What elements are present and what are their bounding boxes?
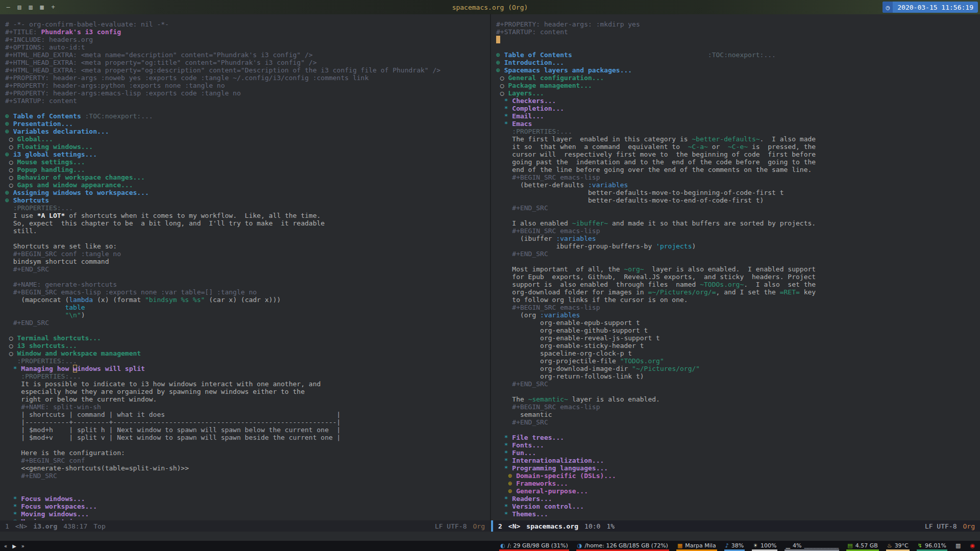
- mpd-play-icon[interactable]: ▶: [12, 543, 16, 549]
- buffer-line[interactable]: ○ Window and workspace management: [5, 349, 490, 357]
- buffer-line[interactable]: * File trees...: [496, 434, 980, 441]
- buffer-line[interactable]: #+BEGIN_SRC conf: [5, 457, 490, 464]
- buffer-line[interactable]: ⊕ Variables declaration...: [5, 128, 490, 135]
- buffer-line[interactable]: better-defaults-move-to-beginning-of-cod…: [496, 189, 980, 196]
- buffer-line[interactable]: ibuffer-group-buffers-by 'projects): [496, 242, 980, 250]
- layout-split-button[interactable]: ▦: [37, 2, 47, 13]
- buffer-line[interactable]: #+BEGIN_SRC emacs-lisp: [496, 403, 980, 411]
- buffer-line[interactable]: org-download-image-dir "~/Pictures/org/": [496, 365, 980, 372]
- buffer-line[interactable]: [496, 426, 980, 434]
- buffer-line[interactable]: So, expect this chapter to be a bit long…: [5, 219, 490, 227]
- buffer-line[interactable]: ○ Global...: [5, 135, 490, 143]
- buffer-line[interactable]: ○ Package management...: [496, 82, 980, 89]
- buffer-line[interactable]: #+NAME: generate-shortcuts: [5, 281, 490, 288]
- buffer-line[interactable]: it so that when a command equivalent to …: [496, 143, 980, 151]
- buffer-line[interactable]: #+STARTUP: content: [496, 28, 980, 36]
- buffer-line[interactable]: #+HTML_HEAD_EXTRA: <meta property="og:ti…: [5, 59, 490, 66]
- buffer-line[interactable]: ○ Gaps and window appearance...: [5, 181, 490, 189]
- layout-stacked-button[interactable]: ▤: [14, 2, 24, 13]
- buffer-line[interactable]: (mapconcat (lambda (x) (format "bindsym …: [5, 296, 490, 304]
- buffer-line[interactable]: ⊕ Presentation...: [5, 120, 490, 128]
- buffer-line[interactable]: [496, 36, 980, 43]
- buffer-line[interactable]: ○ General configuration...: [496, 74, 980, 82]
- buffer-line[interactable]: :PROPERTIES:...: [5, 204, 490, 212]
- buffer-line[interactable]: | shortcuts | command | what it does |: [5, 411, 490, 418]
- buffer-line[interactable]: * Moving windows...: [5, 510, 490, 518]
- buffer-line[interactable]: #+END_SRC: [5, 265, 490, 273]
- buffer-line[interactable]: org-enable-sticky-header t: [496, 342, 980, 349]
- buffer-line[interactable]: #+HTML_HEAD_EXTRA: <meta name="descripti…: [5, 51, 490, 59]
- buffer-line[interactable]: ⊕ Table of Contents :TOC:noexport:...: [5, 112, 490, 120]
- buffer-line[interactable]: #+STARTUP: content: [5, 97, 490, 105]
- buffer-line[interactable]: #+TITLE: Phundrak's i3 config: [5, 28, 490, 36]
- major-mode[interactable]: Org: [963, 522, 975, 530]
- buffer-line[interactable]: bindsym shortcut command: [5, 258, 490, 265]
- buffer-line[interactable]: #+END_SRC: [496, 250, 980, 258]
- buffer-line[interactable]: * Emacs: [496, 120, 980, 128]
- buffer-line[interactable]: |-----------+---------+-----------------…: [5, 418, 490, 426]
- buffer-line[interactable]: to follow org links if the cursor is on …: [496, 296, 980, 304]
- buffer-line[interactable]: #+END_SRC: [496, 204, 980, 212]
- buffer-line[interactable]: ○ Layers...: [496, 89, 980, 97]
- layout-tabbed-button[interactable]: ▥: [26, 2, 36, 13]
- buffer-line[interactable]: #+INCLUDE: headers.org: [5, 36, 490, 43]
- buffer-line[interactable]: #+BEGIN_SRC emacs-lisp: [496, 304, 980, 311]
- buffer-line[interactable]: ○ Mouse settings...: [5, 158, 490, 166]
- buffer-line[interactable]: #+END_SRC: [5, 319, 490, 327]
- buffer-line[interactable]: * Managing how windows will split: [5, 365, 490, 372]
- buffer-line[interactable]: #+END_SRC: [496, 418, 980, 426]
- buffer-line[interactable]: going past the indentation and to the en…: [496, 158, 980, 166]
- buffer-line[interactable]: ⊕ Table of Contents :TOC:noexport:...: [496, 51, 980, 59]
- buffer-line[interactable]: #+BEGIN_SRC emacs-lisp: [496, 227, 980, 235]
- buffer-line[interactable]: (better-defaults :variables: [496, 181, 980, 189]
- buffer-line[interactable]: ⊕ Frameworks...: [496, 480, 980, 487]
- minimize-button[interactable]: —: [3, 2, 13, 13]
- buffer-line[interactable]: right or below the current window.: [5, 395, 490, 403]
- buffer-line[interactable]: Here is the configuration:: [5, 449, 490, 457]
- buffer-line[interactable]: for Epub exports, Github, Reveal.JS expo…: [496, 273, 980, 281]
- buffer-line[interactable]: * Fonts...: [496, 441, 980, 449]
- buffer-line[interactable]: #+HTML_HEAD_EXTRA: <meta property="og:de…: [5, 66, 490, 74]
- buffer-line[interactable]: #+PROPERTY: header-args:emacs-lisp :expo…: [5, 89, 490, 97]
- buffer-line[interactable]: #+PROPERTY: header-args :noweb yes :expo…: [5, 74, 490, 82]
- buffer-line[interactable]: ⊕ Introduction...: [496, 59, 980, 66]
- buffer-line[interactable]: I use *A LOT* of shortcuts when it comes…: [5, 212, 490, 219]
- buffer-line[interactable]: :PROPERTIES:...: [5, 357, 490, 365]
- buffer-line[interactable]: [496, 258, 980, 265]
- buffer-line[interactable]: [5, 487, 490, 495]
- mpd-next-icon[interactable]: »: [21, 543, 24, 549]
- buffer-line[interactable]: :PROPERTIES:...: [5, 372, 490, 380]
- buffer-line[interactable]: Most important of all, the ~org~ layer i…: [496, 265, 980, 273]
- buffer-line[interactable]: ⊕ General-purpose...: [496, 487, 980, 495]
- buffer-line[interactable]: | $mod+v | split v | Next window to spaw…: [5, 434, 490, 441]
- buffer-line[interactable]: ⊕ i3 global settings...: [5, 151, 490, 158]
- buffer-line[interactable]: ○ Behavior of workspace changes...: [5, 173, 490, 181]
- buffer-i3-org[interactable]: # -*- org-confirm-babel-evaluate: nil -*…: [0, 14, 490, 520]
- buffer-line[interactable]: * Programming languages...: [496, 464, 980, 472]
- buffer-line[interactable]: [5, 105, 490, 112]
- buffer-line[interactable]: <<generate-shortcuts(table=split-win-sh)…: [5, 464, 490, 472]
- buffer-line[interactable]: [5, 235, 490, 242]
- buffer-line[interactable]: #+PROPERTY: header-args:python :exports …: [5, 82, 490, 89]
- buffer-line[interactable]: :PROPERTIES:...: [496, 128, 980, 135]
- buffer-line[interactable]: ⊕ Assigning windows to workspaces...: [5, 189, 490, 196]
- buffer-line[interactable]: * Completion...: [496, 105, 980, 112]
- buffer-line[interactable]: [496, 212, 980, 219]
- buffer-line[interactable]: ⊕ Shortcuts: [5, 196, 490, 204]
- buffer-line[interactable]: end of the line before going over the en…: [496, 166, 980, 173]
- buffer-line[interactable]: #+PROPERTY: header-args: :mkdirp yes: [496, 20, 980, 28]
- buffer-line[interactable]: (org :variables: [496, 311, 980, 319]
- buffer-line[interactable]: [5, 480, 490, 487]
- buffer-line[interactable]: #+OPTIONS: auto-id:t: [5, 43, 490, 51]
- buffer-line[interactable]: * Version control...: [496, 503, 980, 510]
- buffer-line[interactable]: still.: [5, 227, 490, 235]
- buffer-line[interactable]: ⊕ Domain-specific (DSLs)...: [496, 472, 980, 480]
- buffer-line[interactable]: spaceline-org-clock-p t: [496, 349, 980, 357]
- buffer-line[interactable]: * Readers...: [496, 495, 980, 503]
- buffer-line[interactable]: * Email...: [496, 112, 980, 120]
- new-window-button[interactable]: +: [48, 2, 58, 13]
- buffer-line[interactable]: org-enable-epub-support t: [496, 319, 980, 327]
- buffer-line[interactable]: "\n"): [5, 311, 490, 319]
- buffer-line[interactable]: especially how they are organized by spa…: [5, 388, 490, 395]
- buffer-line[interactable]: org-download folder for images in =~/Pic…: [496, 288, 980, 296]
